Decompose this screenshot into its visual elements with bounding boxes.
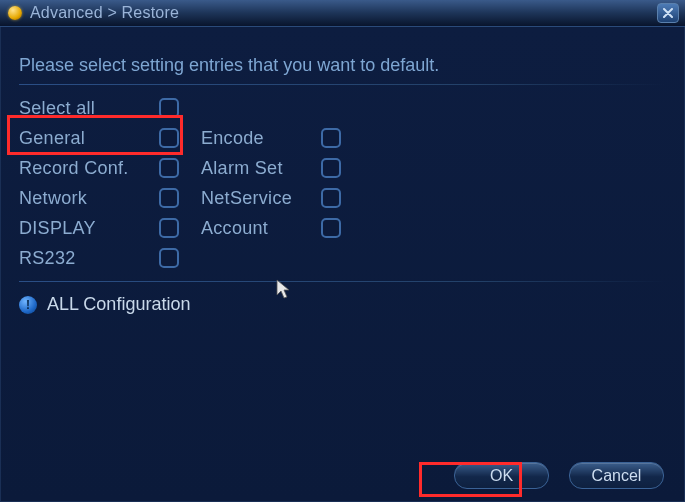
- info-icon: [19, 296, 37, 314]
- option-label: RS232: [19, 248, 159, 269]
- option-label: Network: [19, 188, 159, 209]
- ok-button[interactable]: OK: [454, 462, 549, 489]
- option-row: DISPLAY Account: [19, 213, 666, 243]
- select-all-row: Select all: [19, 93, 666, 123]
- divider: [19, 84, 666, 85]
- option-label: NetService: [201, 188, 321, 209]
- info-text: ALL Configuration: [47, 294, 190, 315]
- divider: [19, 281, 666, 282]
- option-label: DISPLAY: [19, 218, 159, 239]
- netservice-checkbox[interactable]: [321, 188, 341, 208]
- option-row: General Encode: [19, 123, 666, 153]
- info-row: ALL Configuration: [19, 294, 666, 315]
- refresh-icon: [8, 6, 22, 20]
- option-label: Alarm Set: [201, 158, 321, 179]
- network-checkbox[interactable]: [159, 188, 179, 208]
- option-row: Record Conf. Alarm Set: [19, 153, 666, 183]
- instruction-text: Please select setting entries that you w…: [19, 55, 666, 76]
- titlebar: Advanced > Restore: [0, 0, 685, 27]
- account-checkbox[interactable]: [321, 218, 341, 238]
- option-label: General: [19, 128, 159, 149]
- option-label: Encode: [201, 128, 321, 149]
- close-icon: [663, 8, 673, 18]
- select-all-label: Select all: [19, 98, 159, 119]
- breadcrumb: Advanced > Restore: [30, 4, 179, 22]
- option-label: Record Conf.: [19, 158, 159, 179]
- options-grid: Select all General Encode Record Conf. A…: [19, 93, 666, 273]
- select-all-checkbox[interactable]: [159, 98, 179, 118]
- record-conf-checkbox[interactable]: [159, 158, 179, 178]
- option-row: Network NetService: [19, 183, 666, 213]
- button-bar: OK Cancel: [454, 462, 664, 489]
- option-row: RS232: [19, 243, 666, 273]
- dialog-body: Please select setting entries that you w…: [0, 27, 685, 502]
- general-checkbox[interactable]: [159, 128, 179, 148]
- encode-checkbox[interactable]: [321, 128, 341, 148]
- option-label: Account: [201, 218, 321, 239]
- restore-window: Advanced > Restore Please select setting…: [0, 0, 685, 502]
- rs232-checkbox[interactable]: [159, 248, 179, 268]
- alarm-set-checkbox[interactable]: [321, 158, 341, 178]
- display-checkbox[interactable]: [159, 218, 179, 238]
- close-button[interactable]: [657, 3, 679, 23]
- cancel-button[interactable]: Cancel: [569, 462, 664, 489]
